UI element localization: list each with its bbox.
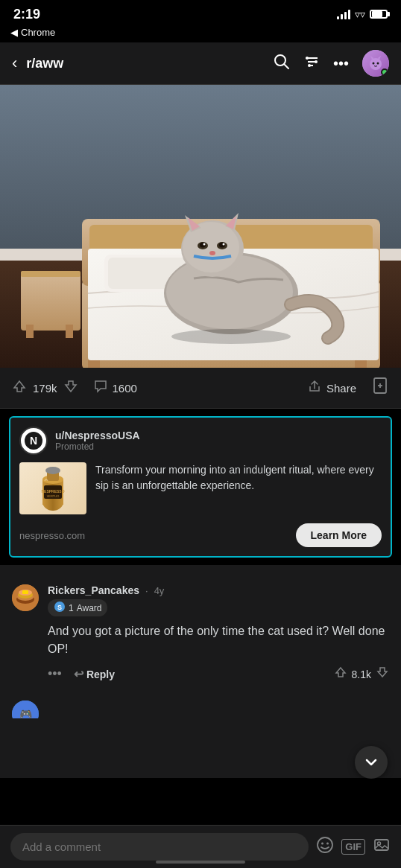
comment-meta: Rickers_Pancakes · 4y bbox=[48, 584, 389, 596]
ad-promoted-label: Promoted bbox=[55, 441, 140, 452]
subreddit-title: r/aww bbox=[26, 56, 265, 71]
back-button[interactable]: ‹ bbox=[12, 54, 17, 73]
home-indicator bbox=[156, 861, 245, 864]
award-icon: S bbox=[54, 601, 66, 615]
svg-point-41 bbox=[203, 243, 206, 246]
reply-label: Reply bbox=[86, 668, 115, 680]
upvote-count: 179k bbox=[33, 382, 57, 395]
svg-point-69 bbox=[318, 837, 332, 852]
share-label: Share bbox=[326, 382, 356, 395]
ad-footer: nespresso.com Learn More bbox=[19, 523, 382, 547]
nav-icons: ••• bbox=[274, 50, 389, 77]
svg-point-9 bbox=[373, 63, 375, 65]
svg-text:🎮: 🎮 bbox=[19, 708, 33, 718]
svg-point-73 bbox=[378, 842, 381, 845]
ad-user-info: u/NespressoUSA Promoted bbox=[55, 430, 140, 452]
svg-point-71 bbox=[326, 842, 329, 844]
award-badge: S 1 Award bbox=[48, 599, 107, 616]
ad-thumbnail: NESPRESSO VERTUO bbox=[19, 462, 86, 514]
comment-section[interactable]: 1600 bbox=[93, 379, 137, 398]
wifi-icon: ▿▿ bbox=[355, 8, 365, 20]
svg-point-44 bbox=[171, 329, 291, 344]
comment-actions: ••• ↩ Reply 8.1k bbox=[48, 666, 389, 683]
next-comment-avatar: 🎮 bbox=[12, 701, 39, 718]
comment-vote-count: 8.1k bbox=[352, 668, 371, 680]
svg-rect-64 bbox=[22, 590, 28, 594]
learn-more-button[interactable]: Learn More bbox=[296, 523, 382, 547]
comment-text: And you got a picture of the only time t… bbox=[48, 622, 389, 658]
comment-username: Rickers_Pancakes bbox=[48, 584, 139, 596]
svg-text:VERTUO: VERTUO bbox=[47, 494, 60, 498]
comment-age: · bbox=[145, 585, 148, 596]
svg-text:S: S bbox=[57, 604, 62, 611]
svg-point-42 bbox=[223, 243, 225, 246]
svg-rect-22 bbox=[88, 360, 100, 368]
comment-more-icon[interactable]: ••• bbox=[48, 666, 62, 682]
emoji-icon[interactable] bbox=[316, 836, 334, 858]
svg-rect-72 bbox=[375, 840, 388, 850]
action-bar: 179k 1600 Share bbox=[0, 368, 401, 409]
svg-point-55 bbox=[45, 467, 60, 474]
post-image bbox=[0, 85, 401, 368]
comment-downvote-icon[interactable] bbox=[376, 666, 389, 683]
svg-point-43 bbox=[209, 251, 215, 255]
svg-rect-23 bbox=[355, 360, 367, 368]
share-button[interactable]: Share bbox=[307, 379, 356, 398]
filter-icon[interactable] bbox=[303, 54, 320, 74]
ad-username: u/NespressoUSA bbox=[55, 430, 140, 441]
next-comment-item: 🎮 bbox=[12, 692, 389, 718]
nav-bar: ‹ r/aww ••• bbox=[0, 42, 401, 85]
comment-time: 4y bbox=[154, 585, 165, 596]
comments-section: Rickers_Pancakes · 4y S 1 Award And you … bbox=[0, 565, 401, 778]
award-label: Award bbox=[77, 603, 102, 613]
comment-body: Rickers_Pancakes · 4y S 1 Award And you … bbox=[48, 584, 389, 683]
comment-upvote-icon[interactable] bbox=[334, 666, 347, 683]
status-bar: 2:19 ▿▿ bbox=[0, 0, 401, 27]
svg-point-5 bbox=[306, 57, 309, 60]
award-count: 1 bbox=[69, 603, 74, 613]
ad-content: NESPRESSO VERTUO Transform your morning … bbox=[19, 462, 382, 514]
more-options-icon[interactable]: ••• bbox=[333, 55, 349, 72]
status-icons: ▿▿ bbox=[337, 8, 388, 20]
comment-avatar bbox=[12, 584, 39, 611]
svg-point-70 bbox=[321, 842, 323, 844]
scroll-down-button[interactable] bbox=[355, 746, 388, 779]
svg-text:N: N bbox=[30, 435, 37, 447]
signal-bars-icon bbox=[337, 9, 350, 19]
input-icons: GIF bbox=[316, 836, 391, 858]
ad-header: N u/NespressoUSA Promoted bbox=[19, 427, 382, 455]
search-icon[interactable] bbox=[274, 54, 290, 74]
chrome-bar: ◀ Chrome bbox=[0, 27, 401, 42]
svg-point-10 bbox=[377, 63, 379, 65]
svg-point-8 bbox=[370, 58, 382, 70]
svg-line-1 bbox=[284, 64, 288, 68]
svg-point-7 bbox=[308, 64, 311, 67]
vote-section: 179k bbox=[12, 379, 78, 398]
svg-rect-20 bbox=[66, 325, 73, 338]
save-button[interactable] bbox=[371, 377, 389, 399]
gif-icon[interactable]: GIF bbox=[341, 839, 365, 855]
ad-avatar: N bbox=[19, 427, 48, 455]
reply-icon: ↩ bbox=[74, 667, 83, 681]
image-upload-icon[interactable] bbox=[373, 836, 391, 858]
comment-vote-actions: 8.1k bbox=[334, 666, 389, 683]
online-indicator bbox=[381, 68, 388, 76]
upvote-icon[interactable] bbox=[12, 379, 27, 398]
comment-count: 1600 bbox=[113, 382, 137, 395]
ad-url: nespresso.com bbox=[19, 530, 85, 541]
svg-rect-17 bbox=[21, 271, 80, 331]
downvote-icon[interactable] bbox=[63, 379, 78, 398]
svg-text:NESPRESSO: NESPRESSO bbox=[41, 489, 64, 494]
reply-button[interactable]: ↩ Reply bbox=[74, 667, 115, 681]
battery-icon bbox=[370, 10, 388, 19]
chrome-back-icon: ◀ bbox=[10, 27, 18, 38]
share-icon bbox=[307, 379, 322, 398]
svg-rect-19 bbox=[26, 325, 34, 338]
bottom-spacer bbox=[12, 718, 389, 778]
comment-input[interactable] bbox=[10, 833, 309, 861]
user-avatar[interactable] bbox=[362, 50, 389, 77]
svg-point-6 bbox=[315, 60, 318, 63]
ad-card: N u/NespressoUSA Promoted bbox=[9, 416, 392, 558]
comment-item: Rickers_Pancakes · 4y S 1 Award And you … bbox=[12, 575, 389, 692]
svg-rect-18 bbox=[21, 271, 80, 277]
